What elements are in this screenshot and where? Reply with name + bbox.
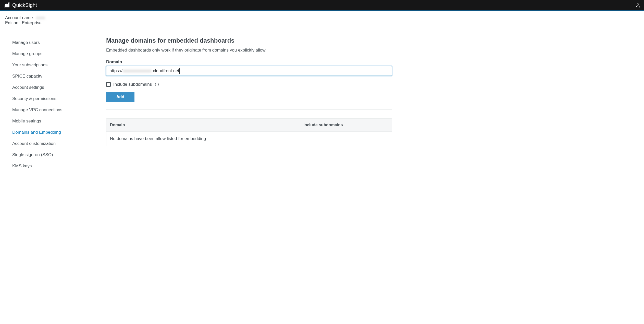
domain-table-body: No domains have been allow listed for em… [106, 132, 392, 146]
domain-input[interactable]: https://xxxxxxxxxxxxx.cloudfront.net [106, 66, 392, 76]
sidebar-item-sso[interactable]: Single sign-on (SSO) [12, 149, 97, 160]
sidebar-item-mobile-settings[interactable]: Mobile settings [12, 116, 97, 127]
sidebar-item-manage-groups[interactable]: Manage groups [12, 48, 97, 59]
sidebar-item-domains-embedding[interactable]: Domains and Embedding [12, 127, 97, 138]
account-name-label: Account name: [5, 15, 34, 20]
topbar: QuickSight [0, 0, 644, 11]
main-content: Manage domains for embedded dashboards E… [97, 35, 644, 146]
add-button[interactable]: Add [106, 92, 134, 102]
svg-point-1 [637, 4, 639, 5]
edition-label: Edition: [5, 20, 20, 25]
body: Manage users Manage groups Your subscrip… [0, 30, 644, 172]
include-subdomains-row: Include subdomains [106, 82, 638, 87]
edition-value: Enterprise [22, 20, 41, 25]
page-subtitle: Embedded dashboards only work if they or… [106, 48, 638, 53]
account-header: Account name: xxxx Edition: Enterprise [0, 11, 644, 30]
page-title: Manage domains for embedded dashboards [106, 37, 638, 44]
sidebar-item-spice-capacity[interactable]: SPICE capacity [12, 71, 97, 82]
account-name-value: xxxx [36, 15, 45, 20]
sidebar-item-manage-vpc[interactable]: Manage VPC connections [12, 104, 97, 116]
domain-input-prefix: https:// [109, 68, 122, 73]
brand[interactable]: QuickSight [4, 2, 37, 9]
include-subdomains-checkbox[interactable] [106, 82, 111, 87]
domain-input-suffix: .cloudfront.net [152, 68, 179, 73]
col-header-domain: Domain [106, 119, 300, 131]
brand-text: QuickSight [12, 2, 37, 8]
section-divider [106, 109, 392, 110]
domain-field-label: Domain [106, 59, 638, 65]
col-header-include-subdomains: Include subdomains [300, 119, 392, 131]
sidebar-item-account-settings[interactable]: Account settings [12, 82, 97, 93]
sidebar-item-account-customization[interactable]: Account customization [12, 138, 97, 149]
include-subdomains-label: Include subdomains [113, 82, 152, 87]
sidebar-item-manage-users[interactable]: Manage users [12, 37, 97, 48]
sidebar: Manage users Manage groups Your subscrip… [0, 35, 97, 172]
domain-table: Domain Include subdomains No domains hav… [106, 118, 392, 146]
domain-table-head: Domain Include subdomains [106, 119, 392, 132]
text-caret [179, 68, 180, 74]
quicksight-logo-icon [4, 2, 10, 9]
sidebar-item-security-permissions[interactable]: Security & permissions [12, 93, 97, 104]
domain-input-redacted: xxxxxxxxxxxxx [122, 68, 152, 73]
table-empty-row: No domains have been allow listed for em… [106, 132, 392, 146]
info-icon[interactable] [154, 82, 159, 86]
sidebar-item-your-subscriptions[interactable]: Your subscriptions [12, 59, 97, 71]
svg-point-4 [157, 83, 157, 84]
sidebar-item-kms-keys[interactable]: KMS keys [12, 160, 97, 172]
user-menu-icon[interactable] [635, 3, 640, 8]
